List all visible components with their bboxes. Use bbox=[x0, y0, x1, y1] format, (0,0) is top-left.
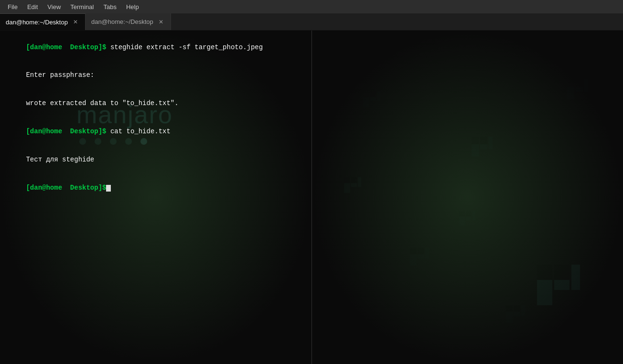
svg-rect-28 bbox=[370, 91, 376, 97]
terminal-line-4: [dan@home Desktop]$ cat to_hide.txt bbox=[2, 118, 310, 146]
svg-rect-16 bbox=[410, 247, 417, 254]
terminal-line-2: Enter passphrase: bbox=[2, 62, 310, 90]
tab-1-close[interactable]: ✕ bbox=[72, 18, 79, 26]
svg-rect-1 bbox=[537, 265, 552, 280]
tab-2-close[interactable]: ✕ bbox=[157, 18, 165, 26]
terminal-pane-right[interactable] bbox=[312, 31, 623, 364]
svg-rect-33 bbox=[514, 305, 520, 311]
svg-rect-21 bbox=[567, 79, 575, 87]
menu-view[interactable]: View bbox=[43, 2, 64, 11]
bg-manjaro-content bbox=[312, 31, 623, 364]
svg-rect-34 bbox=[521, 305, 525, 316]
menu-file[interactable]: File bbox=[4, 2, 21, 11]
tab-2-label: dan@home:~/Desktop bbox=[91, 18, 153, 25]
svg-rect-14 bbox=[489, 137, 493, 150]
menu-tabs[interactable]: Tabs bbox=[99, 2, 120, 11]
menubar: File Edit View Terminal Tabs Help bbox=[0, 0, 623, 13]
svg-rect-18 bbox=[418, 247, 424, 254]
svg-rect-29 bbox=[377, 91, 380, 101]
svg-rect-11 bbox=[472, 137, 479, 144]
terminal-line-6: [dan@home Desktop]$ bbox=[2, 174, 310, 202]
svg-rect-6 bbox=[344, 177, 350, 183]
svg-rect-26 bbox=[363, 91, 369, 97]
menu-help[interactable]: Help bbox=[122, 2, 143, 11]
svg-rect-31 bbox=[506, 305, 513, 311]
svg-rect-9 bbox=[358, 177, 361, 187]
tab-1[interactable]: dan@home:~/Desktop ✕ bbox=[0, 13, 86, 30]
tab-1-label: dan@home:~/Desktop bbox=[6, 19, 68, 26]
tabbar: dan@home:~/Desktop ✕ dan@home:~/Desktop … bbox=[0, 13, 623, 31]
svg-rect-4 bbox=[571, 265, 580, 290]
svg-rect-3 bbox=[554, 265, 569, 280]
terminal-line-5: Тест для steghide bbox=[2, 146, 310, 174]
svg-rect-23 bbox=[576, 79, 583, 87]
terminal-line-3: wrote extracted data to "to_hide.txt". bbox=[2, 90, 310, 118]
svg-rect-38 bbox=[466, 211, 472, 216]
terminal-pane-left[interactable]: [dan@home Desktop]$ steghide extract -sf… bbox=[0, 31, 312, 364]
tab-2[interactable]: dan@home:~/Desktop ✕ bbox=[86, 13, 171, 30]
svg-rect-8 bbox=[351, 177, 357, 183]
manjaro-logo-svg bbox=[537, 265, 580, 305]
cursor bbox=[106, 185, 111, 192]
svg-rect-39 bbox=[472, 211, 475, 220]
menu-edit[interactable]: Edit bbox=[23, 2, 42, 11]
svg-rect-19 bbox=[425, 247, 429, 259]
menu-terminal[interactable]: Terminal bbox=[66, 2, 97, 11]
svg-rect-13 bbox=[480, 137, 488, 144]
svg-rect-36 bbox=[459, 211, 465, 216]
terminal-container: [dan@home Desktop]$ steghide extract -sf… bbox=[0, 31, 623, 364]
svg-rect-24 bbox=[584, 79, 589, 92]
terminal-line-1: [dan@home Desktop]$ steghide extract -sf… bbox=[2, 33, 310, 62]
